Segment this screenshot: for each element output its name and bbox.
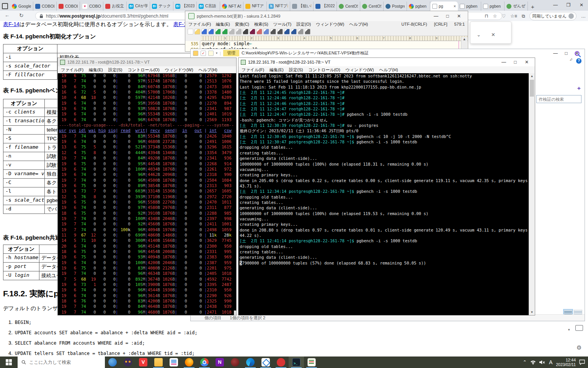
gear-icon[interactable]: ⚙: [577, 344, 581, 351]
terminal-menu-item[interactable]: ヘルプ(H): [199, 67, 217, 73]
copilot-sparkle-icon[interactable]: ✦: [577, 85, 581, 92]
close-button[interactable]: ✕: [453, 13, 465, 19]
collections-icon[interactable]: ⧉: [522, 13, 525, 19]
maximize-button[interactable]: □: [510, 59, 521, 65]
sakura-toolbar-icon-7[interactable]: [236, 29, 242, 34]
browser-tab-C#が学[interactable]: B!C#が学: [127, 2, 150, 11]
refresh-icon[interactable]: ↻: [19, 12, 24, 18]
sidebar-panel-icon[interactable]: [575, 325, 583, 331]
browser-tab-テックア[interactable]: B!テックア: [150, 2, 173, 11]
qat-check-icon[interactable]: ✓: [201, 51, 206, 56]
taskbar-icon-3d-viewer[interactable]: [258, 356, 273, 368]
terminal-menu-item[interactable]: ファイル(F): [242, 67, 264, 73]
tab-close-icon[interactable]: ×: [454, 4, 456, 8]
minimize-button[interactable]: —: [550, 51, 561, 56]
terminal1-title-bar[interactable]: 128.22.161.78 - root@h128-22-161-78:~ VT: [58, 58, 236, 66]
minimize-button[interactable]: —: [498, 59, 510, 65]
browser-tab-Postgre[interactable]: Postgre: [384, 2, 407, 11]
help-icon[interactable]: ?: [576, 58, 581, 64]
maximize-button[interactable]: □: [561, 51, 572, 56]
wifi-icon[interactable]: [530, 360, 536, 365]
sakura-toolbar-icon-8[interactable]: [243, 29, 248, 34]
browser-tab-COBOL[interactable]: COBOL: [57, 2, 80, 11]
taskbar-icon-sakura-editor[interactable]: [304, 356, 319, 368]
sakura-toolbar-icon-6[interactable]: [229, 29, 235, 34]
sakura-toolbar-icon-11[interactable]: [263, 29, 269, 34]
qat-new-folder-icon[interactable]: [208, 51, 214, 56]
browser-tab-NFTプレ[interactable]: hNFTプレ: [267, 2, 290, 11]
close-button[interactable]: ✕: [521, 59, 532, 65]
terminal2-title-bar[interactable]: 128.22.161.78 - root@h128-22-161-78:~ VT…: [238, 58, 535, 66]
sakura-toolbar-icon-10[interactable]: [256, 29, 262, 34]
speaker-muted-icon[interactable]: [539, 360, 546, 365]
ime-indicator[interactable]: A: [549, 359, 552, 365]
minimize-button[interactable]: —: [430, 13, 442, 19]
menu-dots-icon[interactable]: …: [581, 13, 586, 19]
terminal-menu-item[interactable]: 編集(E): [89, 67, 103, 73]
browser-tab-CentOS[interactable]: CentOS: [360, 2, 384, 11]
taskbar-icon-photos[interactable]: [166, 356, 181, 368]
term2-screen[interactable]: Last failed login: Sat Feb 11 11:23:05 J…: [238, 73, 535, 315]
taskbar-icon-onenote[interactable]: N: [212, 356, 227, 368]
sakura-toolbar-icon-15[interactable]: [291, 29, 297, 34]
taskbar-clock[interactable]: 12:44 2023/02/11: [556, 358, 576, 367]
terminal-menu-item[interactable]: ヘルプ(H): [379, 67, 398, 73]
scroll-thumb[interactable]: [530, 80, 534, 97]
taskbar-icon-red-app[interactable]: [273, 356, 289, 368]
browser-tab-C言語[interactable]: B!C言語: [197, 2, 220, 11]
terminal-menu-item[interactable]: ウィンドウ(W): [346, 67, 374, 73]
taskbar-icon-ccleaner[interactable]: [105, 356, 120, 368]
caret-down-icon[interactable]: ▾: [568, 328, 570, 332]
browser-tab-ぜんぜ[interactable]: ぜんぜ: [505, 2, 528, 11]
browser-tab-Google[interactable]: Google: [10, 2, 33, 11]
read-aloud-icon[interactable]: ⊓: [485, 13, 488, 19]
sakura-toolbar-icon-2[interactable]: [201, 29, 207, 34]
taskbar-icon-vivaldi[interactable]: V: [136, 356, 151, 368]
sakura-menu-item[interactable]: ウィンドウ(W): [316, 21, 344, 27]
sakura-toolbar-icon-14[interactable]: [284, 29, 290, 34]
scroll-down-arrow[interactable]: ▼: [529, 309, 535, 315]
taskbar-icon-chrome[interactable]: [197, 356, 212, 368]
taskbar-icon-firefox[interactable]: [181, 356, 197, 368]
browser-tab-【2023[interactable]: B!【2023: [173, 2, 197, 11]
sakura-toolbar-icon-12[interactable]: [270, 29, 276, 34]
term1-screen[interactable]: 19 6 75 0 0 0| 0 96M|6794B 1958B| 0 0 |2…: [58, 73, 236, 315]
sakura-menu-item[interactable]: ツール(T): [273, 21, 292, 27]
sakura-toolbar-icon-4[interactable]: [215, 29, 221, 34]
terminal-menu-item[interactable]: 設定(S): [108, 67, 122, 73]
favorites-bar-icon[interactable]: ☆≡: [510, 13, 517, 19]
browser-tab-お役立[interactable]: お役立: [103, 2, 127, 11]
browser-tab-COBOL[interactable]: ♥COBOL: [80, 2, 103, 11]
tray-chevron-up-icon[interactable]: ⌃: [523, 360, 527, 365]
browser-tab-【狙いE[interactable]: 【狙いE: [290, 2, 314, 11]
browser-tab-【2022[interactable]: 【2022: [314, 2, 337, 11]
taskbar-icon-owl-app[interactable]: [120, 356, 136, 368]
terminal-menu-item[interactable]: 設定(S): [289, 67, 303, 73]
browser-tab-pgben[interactable]: pgben: [407, 2, 430, 11]
link-f14[interactable]: 表F-14: [3, 21, 20, 27]
sakura-toolbar-icon-3[interactable]: [208, 29, 214, 34]
sakura-menu-item[interactable]: 検索(S): [254, 21, 268, 27]
browser-tab-pg[interactable]: pg×: [430, 2, 458, 11]
search-sidebar-icon[interactable]: [574, 51, 581, 58]
favorite-star-icon[interactable]: ☆: [493, 13, 497, 19]
terminal-menu-item[interactable]: コントロール(O): [127, 67, 159, 73]
sakura-toolbar-icon-9[interactable]: [250, 29, 255, 34]
taskbar-icon-teraterm[interactable]: [289, 356, 304, 368]
profile-button[interactable]: 同期していません: [529, 12, 577, 20]
ribbon-context-tab[interactable]: 管理: [223, 50, 239, 56]
explorer-title-bar[interactable]: ✓ ▾ | 管理 C:¥work¥blog¥VPS-WIn-レンタルサーバ¥AB…: [191, 49, 585, 57]
browser-tab-CentOS[interactable]: CentOS: [337, 2, 360, 11]
action-center-icon[interactable]: [579, 360, 585, 365]
sakura-menu-item[interactable]: 編集(E): [216, 21, 230, 27]
sakura-toolbar-icon-1[interactable]: [194, 29, 200, 34]
scroll-up-arrow[interactable]: ▲: [529, 73, 535, 79]
browser-tab-pgben[interactable]: pgben: [458, 2, 481, 11]
taskbar-icon-edge[interactable]: [243, 356, 258, 368]
sakura-toolbar-icon-16[interactable]: [298, 29, 304, 34]
terminal-menu-item[interactable]: 編集(E): [270, 67, 284, 73]
sakura-toolbar-icon-5[interactable]: [222, 29, 228, 34]
tab-search-icon[interactable]: [0, 2, 10, 11]
browser-tab-NFTア[interactable]: NFTア: [243, 2, 267, 11]
sakura-menu-item[interactable]: 変換(C): [235, 21, 249, 27]
